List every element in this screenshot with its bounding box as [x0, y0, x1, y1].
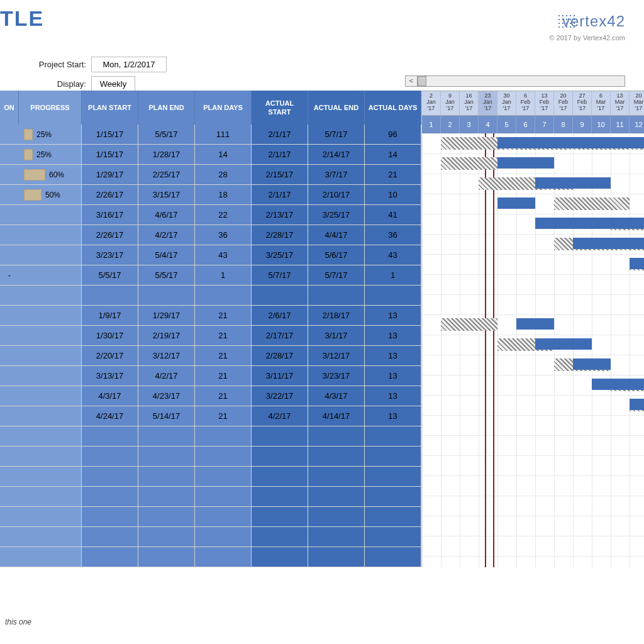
- gantt-plan-bar: [441, 157, 497, 170]
- timeline-date: 27Feb'17: [573, 91, 592, 115]
- gantt-actual-bar: [516, 318, 554, 330]
- gantt-actual-bar: [592, 379, 644, 390]
- table-row[interactable]: 25%1/15/171/28/17142/1/172/14/1714: [0, 145, 421, 165]
- table-row[interactable]: 60%1/29/172/25/17282/15/173/7/1721: [0, 165, 421, 185]
- brand-icon: [540, 14, 557, 29]
- table-row[interactable]: [0, 527, 421, 547]
- progress-bar: [24, 189, 42, 201]
- gantt-actual-bar: [535, 177, 611, 189]
- project-start-input[interactable]: Mon, 1/2/2017: [91, 57, 167, 72]
- timeline-week: 11: [611, 116, 630, 133]
- table-row[interactable]: 25%1/15/175/5/171112/1/175/7/1796: [0, 125, 421, 145]
- col-actual-start: ACTUAL START: [252, 91, 308, 125]
- table-row[interactable]: [0, 286, 421, 306]
- gantt-plan-bar: [441, 318, 497, 331]
- timeline-date: 6Mar'17: [592, 91, 611, 115]
- gantt-actual-bar: [630, 258, 644, 269]
- table-row[interactable]: 3/13/174/2/17213/11/173/23/1713: [0, 366, 421, 386]
- project-start-label: Project Start:: [0, 60, 91, 69]
- gantt-actual-bar: [497, 137, 644, 148]
- gantt-actual-bar: [573, 238, 644, 249]
- col-progress: PROGRESS: [19, 91, 82, 125]
- col-plan-end: PLAN END: [138, 91, 195, 125]
- table-row[interactable]: 2/20/173/12/17212/28/173/12/1713: [0, 346, 421, 366]
- table-row[interactable]: 4/24/175/14/17214/2/174/14/1713: [0, 406, 421, 426]
- gantt-plan-bar: [554, 197, 630, 210]
- table-row[interactable]: 3/23/175/4/17433/25/175/6/1743: [0, 245, 421, 265]
- table-row[interactable]: [0, 507, 421, 527]
- progress-bar: [24, 149, 33, 160]
- col-plan-start: PLAN START: [82, 91, 138, 125]
- progress-bar: [24, 129, 33, 140]
- gantt-actual-bar: [573, 358, 611, 370]
- timeline-week: 6: [516, 116, 535, 133]
- timeline-week: 10: [592, 116, 611, 133]
- timeline-week: 7: [535, 116, 554, 133]
- col-on: ON: [0, 91, 19, 125]
- table-row[interactable]: 4/3/174/23/17213/22/174/3/1713: [0, 386, 421, 406]
- progress-bar: [24, 169, 45, 180]
- table-row[interactable]: 1/30/172/19/17212/17/173/1/1713: [0, 326, 421, 346]
- table-row[interactable]: [0, 447, 421, 467]
- gantt-actual-bar: [630, 399, 644, 410]
- col-plan-days: PLAN DAYS: [195, 91, 252, 125]
- table-row[interactable]: -5/5/175/5/1715/7/175/7/171: [0, 265, 421, 286]
- timeline-date: 13Feb'17: [535, 91, 554, 115]
- timeline-date: 30Jan'17: [497, 91, 516, 115]
- col-actual-end: ACTUAL END: [308, 91, 365, 125]
- progress-value: 60%: [49, 170, 64, 179]
- gantt-actual-bar: [535, 218, 644, 229]
- col-actual-days: ACTUAL DAYS: [365, 91, 421, 125]
- table-row[interactable]: 2/26/174/2/17362/28/174/4/1736: [0, 225, 421, 245]
- table-row[interactable]: [0, 487, 421, 507]
- timeline-date: 9Jan'17: [441, 91, 460, 115]
- timeline-week: 2: [441, 116, 460, 133]
- timeline-week: 3: [460, 116, 479, 133]
- timeline-date: 16Jan'17: [460, 91, 479, 115]
- timeline-date: 20Mar'17: [630, 91, 644, 115]
- table-row[interactable]: 1/9/171/29/17212/6/172/18/1713: [0, 306, 421, 326]
- timeline-week: 12: [630, 116, 644, 133]
- timeline-date: 20Feb'17: [554, 91, 573, 115]
- gantt-actual-bar: [497, 157, 554, 169]
- timeline-week: 9: [573, 116, 592, 133]
- table-row[interactable]: 3/16/174/6/17222/13/173/25/1741: [0, 205, 421, 225]
- table-row[interactable]: [0, 547, 421, 567]
- today-marker: [493, 133, 494, 567]
- today-marker: [485, 133, 486, 567]
- brand-logo: vertex42: [540, 13, 625, 30]
- timeline-week: 5: [497, 116, 516, 133]
- gantt-actual-bar: [497, 197, 535, 209]
- progress-value: 25%: [36, 150, 52, 159]
- timeline-date: 6Feb'17: [516, 91, 535, 115]
- footer-note: this one: [5, 618, 31, 626]
- table-row[interactable]: [0, 467, 421, 487]
- timeline-date: 2Jan'17: [422, 91, 441, 115]
- timeline-week: 4: [479, 116, 497, 133]
- table-row[interactable]: 50%2/26/173/15/17182/1/172/10/1710: [0, 185, 421, 205]
- timeline-date: 23Jan'17: [479, 91, 497, 115]
- timeline-week: 1: [422, 116, 441, 133]
- timeline-date: 13Mar'17: [611, 91, 630, 115]
- progress-value: 50%: [45, 191, 60, 199]
- timeline-week: 8: [554, 116, 573, 133]
- progress-value: 25%: [36, 130, 52, 139]
- gantt-actual-bar: [535, 338, 592, 350]
- brand-copyright: © 2017 by Vertex42.com: [540, 34, 625, 42]
- table-row[interactable]: [0, 426, 421, 447]
